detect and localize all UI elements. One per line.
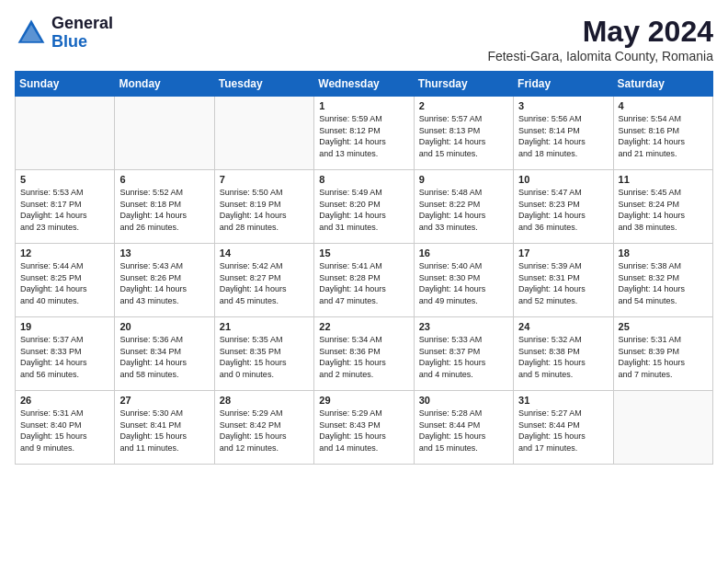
calendar-day-cell: 3Sunrise: 5:56 AM Sunset: 8:14 PM Daylig…: [514, 97, 613, 170]
calendar-day-cell: [16, 97, 115, 170]
calendar-day-cell: 19Sunrise: 5:37 AM Sunset: 8:33 PM Dayli…: [16, 317, 115, 391]
calendar-day-cell: 13Sunrise: 5:43 AM Sunset: 8:26 PM Dayli…: [115, 244, 214, 317]
calendar-body: 1Sunrise: 5:59 AM Sunset: 8:12 PM Daylig…: [16, 97, 713, 465]
day-info: Sunrise: 5:29 AM Sunset: 8:42 PM Dayligh…: [220, 408, 309, 454]
day-info: Sunrise: 5:56 AM Sunset: 8:14 PM Dayligh…: [518, 113, 608, 159]
day-of-week-header: Sunday: [16, 72, 115, 97]
day-info: Sunrise: 5:47 AM Sunset: 8:23 PM Dayligh…: [518, 187, 608, 233]
day-info: Sunrise: 5:39 AM Sunset: 8:31 PM Dayligh…: [518, 260, 608, 306]
day-number: 17: [518, 247, 608, 259]
location: Fetesti-Gara, Ialomita County, Romania: [487, 49, 713, 63]
calendar-day-cell: 31Sunrise: 5:27 AM Sunset: 8:44 PM Dayli…: [514, 391, 613, 465]
calendar-day-cell: 26Sunrise: 5:31 AM Sunset: 8:40 PM Dayli…: [16, 391, 115, 465]
calendar-week-row: 19Sunrise: 5:37 AM Sunset: 8:33 PM Dayli…: [16, 317, 713, 391]
day-number: 4: [619, 100, 708, 111]
day-number: 27: [119, 395, 209, 406]
day-info: Sunrise: 5:29 AM Sunset: 8:43 PM Dayligh…: [319, 408, 408, 454]
calendar-day-cell: 18Sunrise: 5:38 AM Sunset: 8:32 PM Dayli…: [613, 244, 712, 317]
calendar-day-cell: 20Sunrise: 5:36 AM Sunset: 8:34 PM Dayli…: [115, 317, 214, 391]
day-of-week-header: Monday: [115, 72, 214, 97]
logo-blue: Blue: [51, 33, 113, 52]
header-row: SundayMondayTuesdayWednesdayThursdayFrid…: [16, 72, 713, 97]
day-info: Sunrise: 5:37 AM Sunset: 8:33 PM Dayligh…: [20, 334, 109, 380]
day-info: Sunrise: 5:42 AM Sunset: 8:27 PM Dayligh…: [220, 260, 309, 306]
day-number: 12: [20, 247, 109, 259]
day-number: 3: [518, 100, 608, 111]
day-info: Sunrise: 5:50 AM Sunset: 8:19 PM Dayligh…: [220, 187, 309, 233]
calendar-day-cell: 5Sunrise: 5:53 AM Sunset: 8:17 PM Daylig…: [16, 170, 115, 244]
calendar-day-cell: 21Sunrise: 5:35 AM Sunset: 8:35 PM Dayli…: [214, 317, 313, 391]
day-number: 11: [619, 174, 708, 185]
day-of-week-header: Friday: [514, 72, 613, 97]
calendar-week-row: 1Sunrise: 5:59 AM Sunset: 8:12 PM Daylig…: [16, 97, 713, 170]
day-number: 26: [20, 395, 109, 406]
calendar-day-cell: 30Sunrise: 5:28 AM Sunset: 8:44 PM Dayli…: [414, 391, 513, 465]
calendar-day-cell: 11Sunrise: 5:45 AM Sunset: 8:24 PM Dayli…: [613, 170, 712, 244]
day-info: Sunrise: 5:35 AM Sunset: 8:35 PM Dayligh…: [220, 334, 309, 380]
day-number: 19: [20, 321, 109, 332]
day-info: Sunrise: 5:41 AM Sunset: 8:28 PM Dayligh…: [319, 260, 408, 306]
day-info: Sunrise: 5:43 AM Sunset: 8:26 PM Dayligh…: [119, 260, 209, 306]
calendar-day-cell: 7Sunrise: 5:50 AM Sunset: 8:19 PM Daylig…: [214, 170, 313, 244]
calendar-day-cell: [115, 97, 214, 170]
calendar-day-cell: [214, 97, 313, 170]
day-info: Sunrise: 5:31 AM Sunset: 8:40 PM Dayligh…: [20, 408, 109, 454]
day-number: 5: [20, 174, 109, 185]
day-info: Sunrise: 5:33 AM Sunset: 8:37 PM Dayligh…: [419, 334, 508, 380]
day-number: 18: [619, 247, 708, 259]
month-year: May 2024: [487, 15, 713, 49]
day-number: 10: [518, 174, 608, 185]
day-info: Sunrise: 5:52 AM Sunset: 8:18 PM Dayligh…: [119, 187, 209, 233]
calendar-week-row: 12Sunrise: 5:44 AM Sunset: 8:25 PM Dayli…: [16, 244, 713, 317]
day-info: Sunrise: 5:32 AM Sunset: 8:38 PM Dayligh…: [518, 334, 608, 380]
day-number: 29: [319, 395, 408, 406]
calendar-day-cell: 14Sunrise: 5:42 AM Sunset: 8:27 PM Dayli…: [214, 244, 313, 317]
day-info: Sunrise: 5:40 AM Sunset: 8:30 PM Dayligh…: [419, 260, 508, 306]
calendar-day-cell: 24Sunrise: 5:32 AM Sunset: 8:38 PM Dayli…: [514, 317, 613, 391]
logo-general: General: [51, 15, 113, 33]
day-number: 31: [518, 395, 608, 406]
calendar-day-cell: 28Sunrise: 5:29 AM Sunset: 8:42 PM Dayli…: [214, 391, 313, 465]
calendar-week-row: 26Sunrise: 5:31 AM Sunset: 8:40 PM Dayli…: [16, 391, 713, 465]
day-of-week-header: Wednesday: [314, 72, 414, 97]
calendar-day-cell: 6Sunrise: 5:52 AM Sunset: 8:18 PM Daylig…: [115, 170, 214, 244]
day-info: Sunrise: 5:53 AM Sunset: 8:17 PM Dayligh…: [20, 187, 109, 233]
day-info: Sunrise: 5:48 AM Sunset: 8:22 PM Dayligh…: [419, 187, 508, 233]
calendar-day-cell: 15Sunrise: 5:41 AM Sunset: 8:28 PM Dayli…: [314, 244, 414, 317]
day-number: 30: [419, 395, 508, 406]
day-info: Sunrise: 5:59 AM Sunset: 8:12 PM Dayligh…: [319, 113, 408, 159]
day-info: Sunrise: 5:44 AM Sunset: 8:25 PM Dayligh…: [20, 260, 109, 306]
calendar-day-cell: 8Sunrise: 5:49 AM Sunset: 8:20 PM Daylig…: [314, 170, 414, 244]
day-of-week-header: Thursday: [414, 72, 513, 97]
day-number: 13: [119, 247, 209, 259]
day-number: 22: [319, 321, 408, 332]
calendar-day-cell: 16Sunrise: 5:40 AM Sunset: 8:30 PM Dayli…: [414, 244, 513, 317]
logo-icon: [15, 17, 48, 50]
day-of-week-header: Tuesday: [214, 72, 313, 97]
day-number: 9: [419, 174, 508, 185]
day-of-week-header: Saturday: [613, 72, 712, 97]
logo: General Blue: [15, 15, 113, 52]
day-info: Sunrise: 5:49 AM Sunset: 8:20 PM Dayligh…: [319, 187, 408, 233]
day-info: Sunrise: 5:31 AM Sunset: 8:39 PM Dayligh…: [619, 334, 708, 380]
day-info: Sunrise: 5:30 AM Sunset: 8:41 PM Dayligh…: [119, 408, 209, 454]
day-number: 23: [419, 321, 508, 332]
calendar-day-cell: 25Sunrise: 5:31 AM Sunset: 8:39 PM Dayli…: [613, 317, 712, 391]
calendar-table: SundayMondayTuesdayWednesdayThursdayFrid…: [15, 71, 713, 465]
calendar-day-cell: 27Sunrise: 5:30 AM Sunset: 8:41 PM Dayli…: [115, 391, 214, 465]
calendar-day-cell: 9Sunrise: 5:48 AM Sunset: 8:22 PM Daylig…: [414, 170, 513, 244]
calendar-day-cell: 22Sunrise: 5:34 AM Sunset: 8:36 PM Dayli…: [314, 317, 414, 391]
day-info: Sunrise: 5:34 AM Sunset: 8:36 PM Dayligh…: [319, 334, 408, 380]
calendar-day-cell: 12Sunrise: 5:44 AM Sunset: 8:25 PM Dayli…: [16, 244, 115, 317]
calendar-day-cell: 29Sunrise: 5:29 AM Sunset: 8:43 PM Dayli…: [314, 391, 414, 465]
day-number: 8: [319, 174, 408, 185]
day-info: Sunrise: 5:45 AM Sunset: 8:24 PM Dayligh…: [619, 187, 708, 233]
calendar-day-cell: 2Sunrise: 5:57 AM Sunset: 8:13 PM Daylig…: [414, 97, 513, 170]
calendar-day-cell: 23Sunrise: 5:33 AM Sunset: 8:37 PM Dayli…: [414, 317, 513, 391]
day-number: 6: [119, 174, 209, 185]
day-info: Sunrise: 5:27 AM Sunset: 8:44 PM Dayligh…: [518, 408, 608, 454]
calendar-week-row: 5Sunrise: 5:53 AM Sunset: 8:17 PM Daylig…: [16, 170, 713, 244]
day-number: 14: [220, 247, 309, 259]
day-number: 1: [319, 100, 408, 111]
page-header: General Blue May 2024 Fetesti-Gara, Ialo…: [15, 15, 713, 63]
